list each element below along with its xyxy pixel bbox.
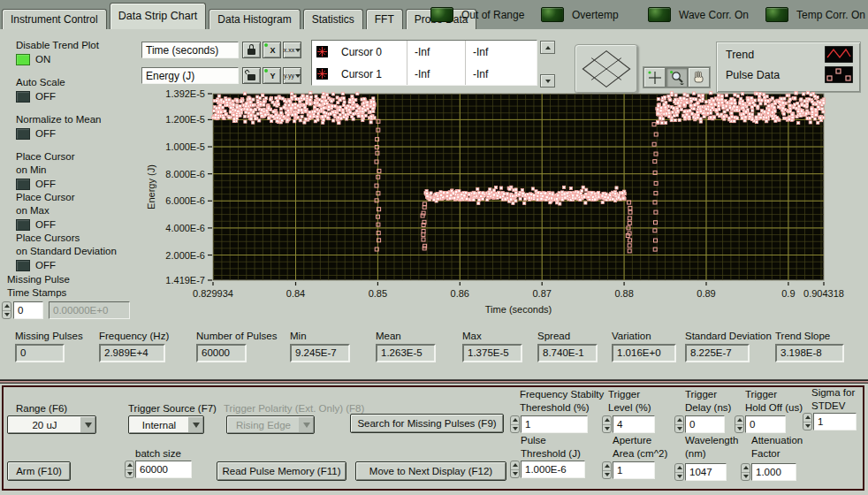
y-format-button[interactable]: y.yy	[283, 67, 301, 84]
spinner-up-button[interactable]	[603, 416, 611, 425]
range-value: 20 uJ	[9, 417, 80, 432]
tab-data-histogram[interactable]: Data Histogram	[209, 9, 300, 29]
x-axis-title: Time (seconds)	[485, 304, 552, 315]
legend-trend-row[interactable]: Trend	[717, 42, 860, 63]
wavelength-nm-input[interactable]: 1047	[685, 463, 727, 481]
stat-value: 8.225E-7	[685, 344, 750, 362]
trend-line-icon	[825, 46, 853, 63]
stat-value: 60000	[196, 344, 247, 362]
spinner-up-button[interactable]	[742, 464, 750, 473]
trigger-hold-off-us-spinner[interactable]	[735, 415, 744, 433]
down-arrow-icon	[677, 475, 682, 478]
lock-open-icon	[247, 74, 255, 80]
sigma-for-stdev-control: 1	[803, 413, 857, 430]
x-axis-name-input[interactable]: Time (seconds)	[141, 42, 239, 58]
aperture-area-cm-2-input[interactable]: 1	[613, 461, 655, 479]
trigger-delay-ns-control: 0	[674, 415, 725, 433]
missing-pulse-index-input[interactable]: 0	[13, 301, 43, 319]
trigger-level-input[interactable]: 4	[613, 415, 655, 433]
stat-value: 1.263E-5	[376, 344, 436, 362]
place-cursors-on-standard-deviation-led[interactable]	[16, 260, 30, 271]
spinner-down-button[interactable]	[603, 471, 611, 479]
spinner-up-button[interactable]	[735, 416, 743, 425]
spinner-down-button[interactable]	[675, 473, 683, 481]
tab-data-strip-chart[interactable]: Data Strip Chart	[110, 3, 207, 29]
up-arrow-icon	[513, 418, 518, 422]
spinner-down-button[interactable]	[126, 470, 133, 478]
dropdown-arrow-icon	[80, 416, 95, 433]
spinner-up-button[interactable]	[675, 464, 683, 473]
aperture-area-cm-2-spinner[interactable]	[602, 461, 612, 479]
move-next-display-button[interactable]: Move to Next Display (F12)	[355, 461, 506, 481]
y-tick-label: 1.200E-5	[165, 114, 205, 125]
batch-size-control: 60000	[125, 461, 192, 478]
cursor-legend-scroll-up-button[interactable]	[540, 41, 555, 54]
stat-label: Spread	[537, 331, 598, 341]
tab-instrument-control[interactable]: Instrument Control	[2, 9, 107, 29]
range-label: Range (F6)	[16, 403, 67, 414]
spinner-up-button[interactable]	[3, 302, 11, 311]
spinner-up-button[interactable]	[675, 416, 683, 425]
missing-pulse-label: Missing Pulse Time Stamps	[7, 273, 70, 300]
auto-scale-led[interactable]	[16, 91, 30, 103]
sigma-for-stdev-spinner[interactable]	[803, 413, 812, 430]
pulse-threshold-j-input[interactable]: 1.000E-6	[521, 461, 585, 478]
spinner-down-button[interactable]	[511, 470, 519, 478]
wavelength-nm-spinner[interactable]	[674, 463, 684, 481]
range-dropdown[interactable]: 20 uJ	[7, 415, 96, 434]
strip-chart-plot[interactable]: 0.8299340.840.850.860.870.880.890.90.904…	[128, 85, 868, 325]
batch-size-spinner[interactable]	[125, 461, 134, 478]
crosshair-icon	[647, 70, 662, 85]
stat-value: 0	[15, 344, 65, 362]
read-pulse-memory-button[interactable]: Read Pulse Memory (F11)	[217, 461, 346, 481]
spinner-down-button[interactable]	[603, 425, 611, 433]
pulse-threshold-j-spinner[interactable]	[510, 461, 520, 478]
cursor-row[interactable]: Cursor 0-Inf-Inf	[312, 41, 537, 63]
missing-pulse-spinner[interactable]	[2, 301, 11, 319]
sigma-for-stdev-input[interactable]: 1	[813, 413, 857, 430]
frequency-stabilty-thereshold-spinner[interactable]	[510, 415, 520, 433]
indicator-out-of-range: Out of Range	[430, 0, 524, 29]
place-cursor-on-min-led[interactable]	[16, 179, 30, 190]
cursor-row[interactable]: Cursor 1-Inf-Inf	[312, 63, 537, 85]
x-autoscale-button[interactable]: X	[263, 42, 281, 58]
spinner-down-button[interactable]	[3, 311, 11, 319]
y-scale-lock-button[interactable]	[242, 67, 261, 84]
tab-statistics[interactable]: Statistics	[303, 9, 363, 29]
spinner-down-button[interactable]	[675, 425, 683, 433]
cursor-crosshair-icon	[316, 68, 328, 80]
missing-pulse-value: 0.00000E+0	[49, 301, 130, 319]
toggle-disable-trend-plot: Disable Trend PlotON	[16, 39, 148, 66]
legend-pulse-data-row[interactable]: Pulse Data	[717, 63, 860, 83]
spinner-up-button[interactable]	[511, 461, 519, 470]
spinner-up-button[interactable]	[603, 462, 611, 471]
spinner-down-button[interactable]	[511, 425, 519, 433]
attenuation-factor-input[interactable]: 1.000	[751, 463, 796, 481]
spinner-down-button[interactable]	[742, 473, 750, 481]
spinner-up-button[interactable]	[803, 414, 811, 423]
trigger-hold-off-us-input[interactable]: 0	[745, 415, 786, 433]
trigger-level-spinner[interactable]	[602, 415, 612, 433]
normalize-to-mean-led[interactable]	[16, 128, 30, 140]
disable-trend-plot-led[interactable]	[16, 54, 30, 65]
spinner-down-button[interactable]	[803, 423, 811, 430]
spinner-up-button[interactable]	[126, 461, 133, 470]
trigger-delay-ns-spinner[interactable]	[674, 415, 684, 433]
trigger-delay-ns-input[interactable]: 0	[685, 415, 725, 433]
search-missing-pulses-button[interactable]: Search for Missing Pulses (F9)	[350, 414, 504, 433]
attenuation-factor-spinner[interactable]	[741, 463, 750, 481]
trigger-source-dropdown[interactable]: Internal	[128, 415, 204, 434]
batch-size-input[interactable]: 60000	[135, 461, 192, 478]
y-autoscale-button[interactable]: Y	[263, 67, 281, 84]
place-cursor-on-max-led[interactable]	[16, 219, 30, 231]
tab-fft[interactable]: FFT	[366, 9, 403, 29]
x-scale-lock-button[interactable]	[242, 42, 261, 58]
y-axis-name-input[interactable]: Energy (J)	[141, 67, 239, 84]
spinner-up-button[interactable]	[511, 416, 519, 425]
spinner-down-button[interactable]	[735, 425, 743, 433]
x-format-button[interactable]: x.xx	[283, 42, 301, 58]
missing-pulse-timestamps: 0 0.00000E+0	[2, 301, 130, 319]
frequency-stabilty-thereshold-input[interactable]: 1	[521, 415, 588, 433]
up-arrow-icon	[677, 418, 682, 422]
arm-button[interactable]: Arm (F10)	[7, 461, 71, 481]
